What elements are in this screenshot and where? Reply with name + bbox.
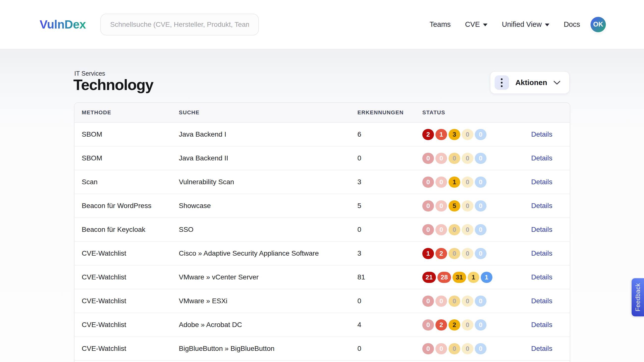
nav-item-teams[interactable]: Teams — [430, 20, 450, 29]
details-link[interactable]: Details — [531, 297, 552, 305]
cell-erkennungen: 81 — [358, 273, 422, 281]
cell-suche: VMware » ESXi — [179, 297, 358, 305]
details-link[interactable]: Details — [531, 226, 552, 234]
details-link[interactable]: Details — [531, 345, 552, 352]
table-body: SBOM Java Backend I 6 21300 Details SBOM… — [74, 123, 570, 361]
badge-info: 1 — [481, 272, 492, 283]
chevron-down-icon — [483, 24, 488, 26]
table-row: Scan Vulnerability Scan 3 00100 Details — [74, 170, 570, 194]
badge-info: 0 — [475, 129, 486, 140]
table-row: Beacon für WordPress Showcase 5 00500 De… — [74, 194, 570, 218]
badge-high: 0 — [436, 295, 447, 307]
main-content: IT Services Technology Aktionen METHODE … — [0, 49, 644, 362]
badge-medium: 1 — [448, 177, 460, 188]
cell-methode: CVE-Watchlist — [82, 249, 179, 257]
brand-logo[interactable]: VulnDex — [40, 18, 86, 31]
cell-erkennungen: 0 — [358, 154, 422, 162]
user-avatar[interactable]: OK — [590, 17, 606, 32]
actions-button[interactable]: Aktionen — [490, 71, 570, 94]
badge-info: 0 — [475, 295, 486, 307]
table-row: CVE-Watchlist Cisco » Adaptive Security … — [74, 242, 570, 265]
badge-high: 0 — [436, 343, 447, 354]
badge-critical: 0 — [422, 319, 434, 330]
details-link[interactable]: Details — [531, 321, 552, 329]
page-title: Technology — [73, 76, 153, 94]
badge-info: 0 — [475, 200, 486, 211]
badge-high: 0 — [436, 224, 447, 235]
column-header-methode: METHODE — [82, 109, 179, 116]
cell-erkennungen: 5 — [358, 202, 422, 210]
details-link[interactable]: Details — [531, 178, 552, 186]
cell-suche: Showcase — [179, 202, 358, 210]
cell-suche: VMware » vCenter Server — [179, 273, 358, 281]
search-input[interactable] — [100, 14, 259, 36]
table-row: SBOM Java Backend I 6 21300 Details — [74, 123, 570, 147]
cell-methode: CVE-Watchlist — [82, 273, 179, 281]
cell-suche: Vulnerability Scan — [179, 178, 358, 186]
table-row: Beacon für Keycloak SSO 0 00000 Details — [74, 218, 570, 242]
cell-methode: Scan — [82, 178, 179, 186]
main-nav: Teams CVE Unified View Docs — [430, 20, 580, 29]
badge-low: 0 — [462, 224, 473, 235]
details-link[interactable]: Details — [531, 130, 552, 138]
badge-info: 0 — [475, 177, 486, 188]
badge-critical: 1 — [422, 248, 434, 259]
badge-critical: 0 — [422, 295, 434, 307]
status-badges: 00000 — [422, 224, 512, 235]
table-row: CVE-Watchlist VMware » vCenter Server 81… — [74, 265, 570, 289]
column-header-erkennungen: ERKENNUNGEN — [358, 109, 422, 116]
cell-methode: Beacon für WordPress — [82, 202, 179, 210]
badge-low: 0 — [462, 295, 473, 307]
status-badges: 00000 — [422, 153, 512, 164]
cell-methode: CVE-Watchlist — [82, 345, 179, 352]
column-header-suche: SUCHE — [179, 109, 358, 116]
status-badges: 02200 — [422, 319, 512, 330]
table-header-row: METHODE SUCHE ERKENNUNGEN STATUS — [74, 103, 570, 123]
nav-item-unified-view[interactable]: Unified View — [502, 20, 550, 29]
status-badges: 21300 — [422, 129, 512, 140]
badge-medium: 0 — [448, 295, 460, 307]
cell-methode: CVE-Watchlist — [82, 297, 179, 305]
nav-teams-label: Teams — [430, 20, 450, 29]
details-link[interactable]: Details — [531, 249, 552, 257]
table-row: CVE-Watchlist BigBlueButton » BigBlueBut… — [74, 337, 570, 361]
actions-button-label: Aktionen — [516, 78, 547, 87]
status-badges: 12000 — [422, 248, 512, 259]
feedback-tab-label: Feedback — [634, 283, 642, 311]
details-link[interactable]: Details — [531, 273, 552, 281]
cell-erkennungen: 4 — [358, 321, 422, 329]
badge-medium: 2 — [448, 319, 460, 330]
badge-high: 0 — [436, 153, 447, 164]
badge-low: 0 — [462, 177, 473, 188]
details-link[interactable]: Details — [531, 202, 552, 210]
badge-info: 0 — [475, 343, 486, 354]
badge-info: 0 — [475, 153, 486, 164]
badge-low: 1 — [468, 272, 479, 283]
badge-medium: 0 — [448, 224, 460, 235]
nav-docs-label: Docs — [564, 20, 580, 29]
badge-critical: 0 — [422, 177, 434, 188]
top-bar: VulnDex Teams CVE Unified View Docs OK — [0, 0, 644, 49]
badge-critical: 0 — [422, 153, 434, 164]
cell-suche: BigBlueButton » BigBlueButton — [179, 345, 358, 352]
cell-methode: Beacon für Keycloak — [82, 226, 179, 234]
badge-medium: 3 — [448, 129, 460, 140]
cell-suche: Java Backend II — [179, 154, 358, 162]
badge-low: 0 — [462, 248, 473, 259]
kebab-menu-icon — [495, 75, 509, 90]
badge-high: 2 — [436, 248, 447, 259]
table-row: CVE-Watchlist VMware » ESXi 0 00000 Deta… — [74, 289, 570, 313]
cell-suche: SSO — [179, 226, 358, 234]
status-badges: 21283111 — [422, 272, 512, 283]
details-link[interactable]: Details — [531, 154, 552, 162]
badge-medium: 31 — [452, 272, 466, 283]
nav-cve-label: CVE — [465, 20, 480, 29]
table-row: CVE-Watchlist Adobe » Acrobat DC 4 02200… — [74, 313, 570, 337]
cell-methode: SBOM — [82, 154, 179, 162]
badge-medium: 0 — [448, 248, 460, 259]
feedback-tab[interactable]: Feedback — [632, 278, 644, 316]
nav-item-cve[interactable]: CVE — [465, 20, 488, 29]
status-badges: 00000 — [422, 295, 512, 307]
nav-item-docs[interactable]: Docs — [564, 20, 580, 29]
badge-info: 0 — [475, 224, 486, 235]
